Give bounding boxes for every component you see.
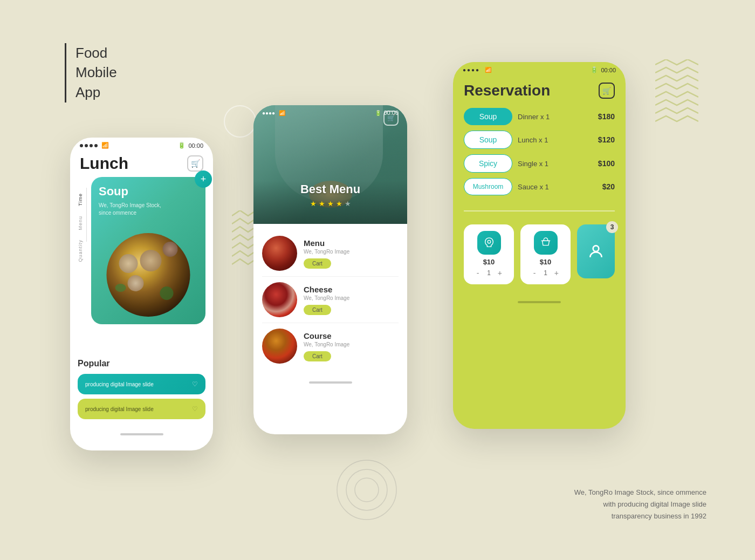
menu-food-image-3 <box>262 329 297 364</box>
reservation-tag-soup-filled[interactable]: Soup <box>464 108 512 125</box>
reservation-price-2: $120 <box>598 135 615 144</box>
reservation-row-1: Soup Dinner x 1 $180 <box>464 108 615 125</box>
dot1 <box>80 144 83 147</box>
menu-item-2-desc: We, TongRo Image <box>304 295 399 301</box>
reservation-row-4: Mushroom Sauce x 1 $20 <box>464 178 615 195</box>
reservation-list: Soup Dinner x 1 $180 Soup Lunch x 1 $120… <box>453 104 626 205</box>
svg-point-1 <box>346 469 387 510</box>
svg-point-0 <box>337 460 396 520</box>
menu-item-3-name: Course <box>304 331 399 340</box>
bg-circle-decoration <box>224 105 256 138</box>
star-3: ★ <box>327 200 334 208</box>
phone2-home-indicator <box>309 381 352 384</box>
phone3-home-indicator <box>518 301 561 303</box>
order-price-2: $10 <box>528 258 563 266</box>
phone1-content: Time Menu Quantity + Soup We, TongRo Ima… <box>70 177 213 324</box>
menu-item-course: Course We, TongRo Image Cart <box>262 323 399 369</box>
star-rating: ★ ★ ★ ★ ★ <box>300 200 360 208</box>
phone-reservation: ●●●● 📶 🔋 00:00 Reservation 🛒 Soup Dinner… <box>453 62 626 429</box>
phone3-cart-button[interactable]: 🛒 <box>599 83 615 99</box>
popular-card-2[interactable]: producing digital Image slide ♡ <box>78 399 205 419</box>
menu-item-2-info: Cheese We, TongRo Image Cart <box>304 285 399 315</box>
phone3-signal: ●●●● 📶 <box>463 67 491 73</box>
tab-menu[interactable]: Menu <box>78 216 83 230</box>
menu-food-image-2 <box>262 282 297 317</box>
person-icon <box>587 243 605 260</box>
soup-card-desc: We, TongRo Image Stock,since ommence <box>99 202 198 217</box>
phone3-status-bar: ●●●● 📶 🔋 00:00 <box>453 62 626 76</box>
svg-point-3 <box>488 240 491 243</box>
menu-item-menu: Menu We, TongRo Image Cart <box>262 230 399 277</box>
soup-card-title: Soup <box>99 185 198 199</box>
home-indicator <box>120 433 163 435</box>
reservation-info-3: Single x 1 <box>518 160 593 168</box>
popular-card-1[interactable]: producing digital Image slide ♡ <box>78 374 205 394</box>
order-qty-1: - 1 + <box>471 268 506 278</box>
qty-value-1: 1 <box>487 269 491 277</box>
sidebar-divider <box>86 188 87 242</box>
phone3-bottom-section: $10 - 1 + $10 - 1 + <box>453 219 626 290</box>
order-card-2: $10 - 1 + <box>520 224 571 284</box>
reservation-tag-soup-outline[interactable]: Soup <box>464 131 512 149</box>
best-menu-title: Best Menu <box>300 182 360 196</box>
phone2-hero: ●●●● 📶 🔋 00:00 🛒 Best Menu ★ ★ ★ ★ ★ <box>253 105 407 224</box>
star-1: ★ <box>310 200 317 208</box>
phone2-hero-title-area: Best Menu ★ ★ ★ ★ ★ <box>300 182 360 208</box>
phone2-signal: ●●●● 📶 <box>262 110 285 116</box>
order-icon-2 <box>534 231 558 255</box>
heart-icon-2: ♡ <box>192 405 198 413</box>
soup-card-image <box>99 222 198 317</box>
cart-button-1[interactable]: Cart <box>304 258 331 269</box>
reservation-price-1: $180 <box>598 112 615 121</box>
bottom-description: We, TongRo Image Stock, since ommence wi… <box>574 487 706 522</box>
reservation-price-3: $100 <box>598 159 615 168</box>
dot2 <box>85 144 88 147</box>
phone3-time: 00:00 <box>601 67 616 73</box>
menu-item-1-info: Menu We, TongRo Image Cart <box>304 238 399 269</box>
tab-time[interactable]: Time <box>78 193 83 206</box>
phone1-cart-button[interactable]: 🛒 <box>187 155 203 172</box>
star-2: ★ <box>319 200 325 208</box>
order-icon-1 <box>477 231 501 255</box>
reservation-info-4: Sauce x 1 <box>518 183 597 191</box>
phone1-sidebar: Time Menu Quantity <box>78 177 86 324</box>
tab-quantity[interactable]: Quantity <box>78 240 83 262</box>
vertical-line-decoration <box>65 43 66 103</box>
qty-increase-2[interactable]: + <box>552 268 561 278</box>
soup-card: + Soup We, TongRo Image Stock,since omme… <box>91 177 205 324</box>
menu-item-3-desc: We, TongRo Image <box>304 342 399 347</box>
cart-button-3[interactable]: Cart <box>304 351 331 361</box>
phone1-status-bar: 📶 🔋 00:00 <box>70 138 213 151</box>
zigzag-right-decoration <box>655 59 698 129</box>
heart-icon-1: ♡ <box>192 380 198 388</box>
reservation-divider <box>464 210 615 211</box>
phone1-bottom <box>70 424 213 440</box>
qty-decrease-2[interactable]: - <box>530 268 539 278</box>
reservation-title: Reservation <box>464 82 550 99</box>
phone1-time: 00:00 <box>188 142 203 149</box>
brand-label: Food Mobile App <box>76 43 117 102</box>
phone3-time-area: 🔋 00:00 <box>591 66 616 73</box>
menu-food-image-1 <box>262 236 297 271</box>
brand-title: Food Mobile App <box>76 43 117 102</box>
wifi-icon: 📶 <box>101 142 109 149</box>
reservation-row-3: Spicy Single x 1 $100 <box>464 154 615 173</box>
svg-point-4 <box>593 245 599 251</box>
phone1-status-right: 🔋 00:00 <box>178 142 203 149</box>
reservation-row-2: Soup Lunch x 1 $120 <box>464 131 615 149</box>
popular-title: Popular <box>78 359 205 368</box>
reservation-tag-spicy[interactable]: Spicy <box>464 154 512 173</box>
qty-decrease-1[interactable]: - <box>473 268 483 278</box>
phone2-cart-button[interactable]: 🛒 <box>383 111 399 126</box>
phone3-battery: 🔋 <box>591 66 598 73</box>
phone2-bottom <box>253 375 407 389</box>
qty-increase-1[interactable]: + <box>495 268 505 278</box>
menu-item-2-name: Cheese <box>304 285 399 294</box>
qty-value-2: 1 <box>544 269 547 277</box>
cart-button-2[interactable]: Cart <box>304 305 331 315</box>
phone2-cart-icon: 🛒 <box>383 111 399 126</box>
phone3-header: Reservation 🛒 <box>453 76 626 104</box>
soup-card-plus-button[interactable]: + <box>195 170 212 188</box>
reservation-tag-mushroom[interactable]: Mushroom <box>464 178 512 195</box>
svg-point-2 <box>355 478 379 502</box>
